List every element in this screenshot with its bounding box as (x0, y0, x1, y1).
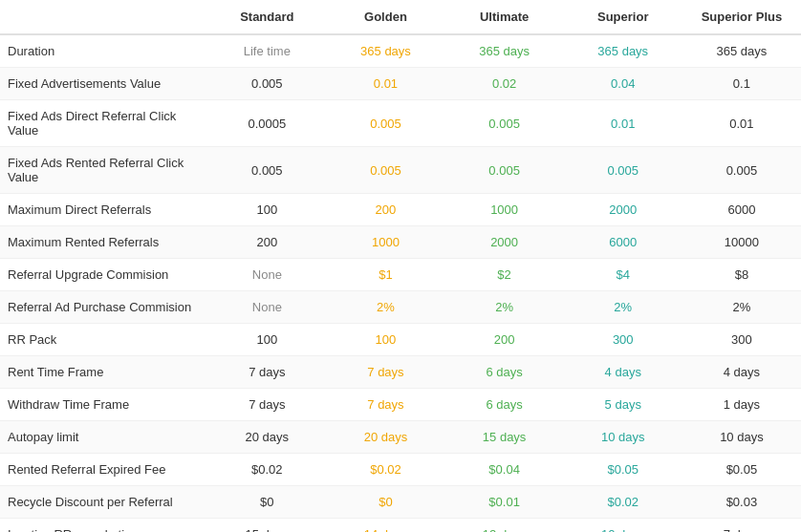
cell-standard: 200 (207, 226, 326, 259)
cell-superior: 10 days (564, 519, 682, 533)
table-row: Fixed Ads Direct Referral Click Value0.0… (0, 100, 801, 147)
table-row: Recycle Discount per Referral$0$0$0.01$0… (0, 486, 801, 519)
cell-ultimate: 365 days (445, 34, 564, 68)
cell-ultimate: 6 days (445, 389, 564, 421)
cell-ultimate: 200 (445, 324, 564, 356)
cell-superior: $4 (564, 259, 682, 291)
feature-label: Duration (0, 34, 207, 68)
feature-label: Fixed Ads Direct Referral Click Value (0, 100, 207, 147)
cell-ultimate: 6 days (445, 356, 564, 389)
table-row: Referral Ad Purchase CommisionNone2%2%2%… (0, 291, 801, 324)
feature-label: Referral Upgrade Commision (0, 259, 207, 291)
header-golden: Golden (326, 0, 444, 34)
feature-label: Recycle Discount per Referral (0, 486, 207, 519)
cell-superior_plus: 4 days (682, 356, 801, 389)
feature-label: Fixed Ads Rented Referral Click Value (0, 147, 207, 194)
cell-standard: $0 (207, 486, 326, 519)
feature-label: Maximum Rented Referrals (0, 226, 207, 259)
table-row: Fixed Advertisements Value0.0050.010.020… (0, 68, 801, 100)
table-row: Maximum Rented Referrals2001000200060001… (0, 226, 801, 259)
cell-superior: $0.05 (564, 454, 682, 486)
cell-ultimate: 0.005 (445, 100, 564, 147)
cell-golden: 20 days (326, 421, 444, 454)
table-row: RR Pack100100200300300 (0, 324, 801, 356)
cell-superior_plus: 10 days (682, 421, 801, 454)
cell-standard: 100 (207, 324, 326, 356)
cell-ultimate: 1000 (445, 194, 564, 226)
cell-standard: 20 days (207, 421, 326, 454)
feature-label: RR Pack (0, 324, 207, 356)
cell-superior_plus: 0.005 (682, 147, 801, 194)
cell-golden: 365 days (326, 34, 444, 68)
table-row: Rent Time Frame7 days7 days6 days4 days4… (0, 356, 801, 389)
cell-golden: 7 days (326, 389, 444, 421)
cell-superior_plus: 0.1 (682, 68, 801, 100)
table-row: DurationLife time365 days365 days365 day… (0, 34, 801, 68)
table-row: Rented Referral Expired Fee$0.02$0.02$0.… (0, 454, 801, 486)
cell-superior: 0.01 (564, 100, 682, 147)
cell-superior_plus: $0.05 (682, 454, 801, 486)
cell-ultimate: 2% (445, 291, 564, 324)
cell-superior: 6000 (564, 226, 682, 259)
cell-superior: 0.04 (564, 68, 682, 100)
comparison-table: Standard Golden Ultimate Superior Superi… (0, 0, 801, 532)
feature-label: Withdraw Time Frame (0, 389, 207, 421)
cell-ultimate: $0.01 (445, 486, 564, 519)
cell-standard: 15 days (207, 519, 326, 533)
feature-label: Referral Ad Purchase Commision (0, 291, 207, 324)
cell-golden: 0.01 (326, 68, 444, 100)
cell-golden: 0.005 (326, 100, 444, 147)
cell-golden: 1000 (326, 226, 444, 259)
cell-standard: 0.005 (207, 147, 326, 194)
cell-superior: 2% (564, 291, 682, 324)
cell-standard: None (207, 259, 326, 291)
cell-golden: $0.02 (326, 454, 444, 486)
cell-superior_plus: 0.01 (682, 100, 801, 147)
cell-standard: 0.0005 (207, 100, 326, 147)
cell-ultimate: 0.005 (445, 147, 564, 194)
cell-superior_plus: 1 days (682, 389, 801, 421)
cell-standard: None (207, 291, 326, 324)
header-superior: Superior (564, 0, 682, 34)
feature-label: Autopay limit (0, 421, 207, 454)
cell-golden: 2% (326, 291, 444, 324)
header-row: Standard Golden Ultimate Superior Superi… (0, 0, 801, 34)
cell-superior_plus: 7 days (682, 519, 801, 533)
table-row: Inactive RR recycle time15 days14 days12… (0, 519, 801, 533)
table-row: Maximum Direct Referrals1002001000200060… (0, 194, 801, 226)
table-row: Autopay limit20 days20 days15 days10 day… (0, 421, 801, 454)
header-standard: Standard (207, 0, 326, 34)
cell-superior_plus: 300 (682, 324, 801, 356)
feature-header (0, 0, 207, 34)
table-row: Withdraw Time Frame7 days7 days6 days5 d… (0, 389, 801, 421)
cell-superior_plus: 2% (682, 291, 801, 324)
cell-superior_plus: $0.03 (682, 486, 801, 519)
feature-label: Rented Referral Expired Fee (0, 454, 207, 486)
cell-golden: 7 days (326, 356, 444, 389)
cell-standard: 7 days (207, 356, 326, 389)
cell-superior: 365 days (564, 34, 682, 68)
cell-golden: $0 (326, 486, 444, 519)
cell-standard: 7 days (207, 389, 326, 421)
feature-label: Fixed Advertisements Value (0, 68, 207, 100)
table-row: Fixed Ads Rented Referral Click Value0.0… (0, 147, 801, 194)
cell-standard: 0.005 (207, 68, 326, 100)
cell-golden: 14 days (326, 519, 444, 533)
cell-superior_plus: $8 (682, 259, 801, 291)
cell-superior: 2000 (564, 194, 682, 226)
cell-superior: 300 (564, 324, 682, 356)
cell-golden: 100 (326, 324, 444, 356)
cell-golden: $1 (326, 259, 444, 291)
cell-superior_plus: 10000 (682, 226, 801, 259)
feature-label: Rent Time Frame (0, 356, 207, 389)
table-row: Referral Upgrade CommisionNone$1$2$4$8 (0, 259, 801, 291)
feature-label: Maximum Direct Referrals (0, 194, 207, 226)
header-superior-plus: Superior Plus (682, 0, 801, 34)
cell-ultimate: 0.02 (445, 68, 564, 100)
cell-standard: Life time (207, 34, 326, 68)
cell-standard: $0.02 (207, 454, 326, 486)
cell-superior: 0.005 (564, 147, 682, 194)
cell-superior: 4 days (564, 356, 682, 389)
cell-ultimate: 12 days (445, 519, 564, 533)
feature-label: Inactive RR recycle time (0, 519, 207, 533)
